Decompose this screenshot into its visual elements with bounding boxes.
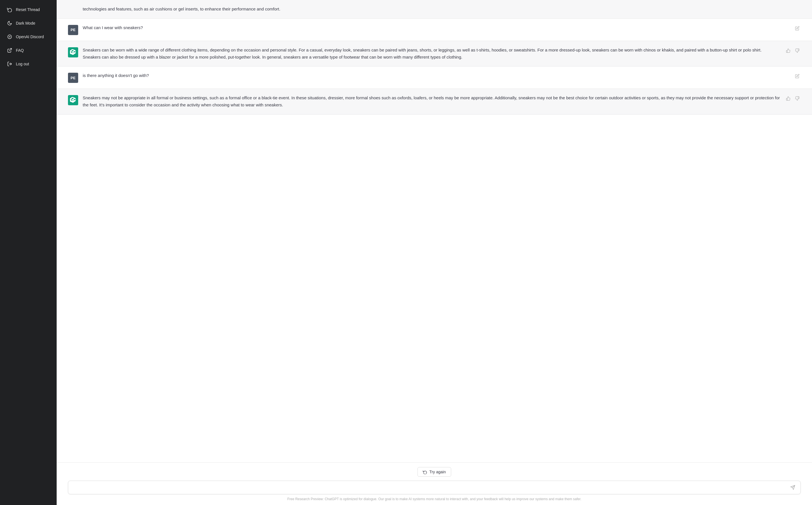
thumbs-down-button-1[interactable] <box>794 47 801 54</box>
moon-icon <box>7 20 12 26</box>
user-avatar-1: PE <box>68 25 78 35</box>
sidebar-item-discord[interactable]: OpenAI Discord <box>2 30 54 43</box>
sidebar-item-dark-mode[interactable]: Dark Mode <box>2 17 54 29</box>
try-again-button[interactable]: Try again <box>418 467 451 477</box>
bottom-area: Try again Free Research Preview: ChatGPT… <box>56 462 812 505</box>
reset-icon <box>7 7 12 12</box>
input-row <box>68 481 801 494</box>
svg-point-0 <box>8 35 12 39</box>
ai-avatar-1 <box>68 47 78 57</box>
chat-area: technologies and features, such as air c… <box>56 0 812 462</box>
partial-message-top: technologies and features, such as air c… <box>56 0 812 19</box>
user-message-actions-1 <box>794 24 801 32</box>
sidebar-item-label: Reset Thread <box>16 7 40 12</box>
logout-icon <box>7 61 12 67</box>
sidebar: Reset Thread Dark Mode OpenAI Discord FA… <box>0 0 56 505</box>
sidebar-item-reset-thread[interactable]: Reset Thread <box>2 3 54 16</box>
user-message-text-2: is there anything it doesn't go with? <box>83 72 789 79</box>
ai-message-actions-1 <box>785 47 801 54</box>
user-message-text-1: What can I wear with sneakers? <box>83 24 789 31</box>
sidebar-item-logout[interactable]: Log out <box>2 58 54 70</box>
ai-message-text-2: Sneakers may not be appropriate in all f… <box>83 95 780 109</box>
sidebar-item-label: Dark Mode <box>16 21 35 25</box>
main-panel: technologies and features, such as air c… <box>56 0 812 505</box>
thumbs-up-button-2[interactable] <box>785 95 792 102</box>
external-link-icon <box>7 47 12 53</box>
ai-avatar-2 <box>68 95 78 105</box>
edit-message-button-2[interactable] <box>794 73 801 79</box>
sidebar-item-faq[interactable]: FAQ <box>2 44 54 56</box>
sidebar-item-label: Log out <box>16 62 29 66</box>
sidebar-item-label: FAQ <box>16 48 24 53</box>
send-button[interactable] <box>789 484 796 491</box>
edit-message-button-1[interactable] <box>794 25 801 32</box>
user-message-actions-2 <box>794 72 801 79</box>
try-again-row: Try again <box>68 467 801 477</box>
user-avatar-2: PE <box>68 73 78 83</box>
send-icon <box>790 485 795 490</box>
ai-message-text-1: Sneakers can be worn with a wide range o… <box>83 47 780 61</box>
svg-line-1 <box>9 48 12 51</box>
sidebar-item-label: OpenAI Discord <box>16 34 44 39</box>
chat-input[interactable] <box>72 485 789 490</box>
ai-message-2: Sneakers may not be appropriate in all f… <box>56 89 812 115</box>
footer-text: Free Research Preview: ChatGPT is optimi… <box>68 497 801 502</box>
discord-icon <box>7 34 12 40</box>
ai-message-actions-2 <box>785 95 801 102</box>
user-message-2: PE is there anything it doesn't go with? <box>56 66 812 89</box>
user-message-1: PE What can I wear with sneakers? <box>56 19 812 41</box>
ai-message-1: Sneakers can be worn with a wide range o… <box>56 41 812 67</box>
thumbs-down-button-2[interactable] <box>794 95 801 102</box>
thumbs-up-button-1[interactable] <box>785 47 792 54</box>
retry-icon <box>423 470 427 474</box>
